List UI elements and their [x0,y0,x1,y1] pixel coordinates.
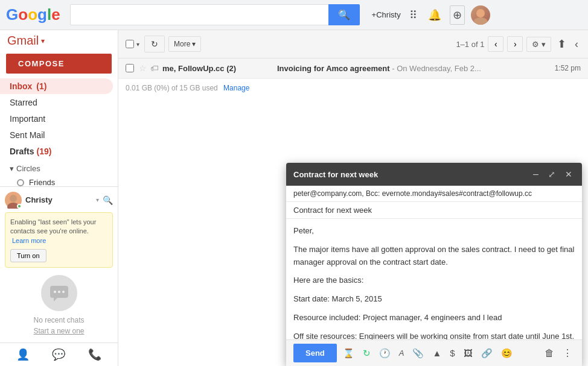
select-all-checkbox[interactable] [126,40,134,48]
chat-icon[interactable]: 💬 [52,348,65,361]
body-p1: The major items have all gotten approval… [293,244,575,269]
apps-icon-button[interactable]: ⠿ [407,6,420,24]
clock-green-icon-button[interactable]: ↻ [360,345,373,361]
more-options-icon-button[interactable]: ⋮ [560,345,575,361]
circles-label: Circles [16,164,40,173]
start-new-chat[interactable]: Start a new one [33,327,84,335]
modal-title: Contract for next week [293,170,531,179]
notifications-icon-button[interactable]: 🔔 [426,6,444,24]
email-checkbox[interactable] [126,64,134,72]
storage-info: 0.01 GB (0%) of 15 GB used Manage [118,78,588,97]
turn-on-button[interactable]: Turn on [10,249,46,262]
svg-point-1 [473,17,488,25]
drive-icon-button[interactable]: ▲ [430,345,444,361]
chat-search-icon[interactable]: 🔍 [103,195,113,205]
subject-field: Contract for next week [286,202,582,219]
nav-item-inbox[interactable]: Inbox (1) [0,78,113,94]
inbox-count: (1) [36,81,46,91]
sidebar: Gmail ▾ COMPOSE Inbox (1) Starred Import… [0,30,118,366]
storage-text: 0.01 GB (0%) of 15 GB used [126,84,218,92]
modal-header: Contract for next week – ⤢ ✕ [286,163,582,186]
last-seen-text: Enabling "last seen" lets your contacts … [10,218,96,235]
no-chats-text: No recent chats [33,316,84,324]
emoji-icon-button[interactable]: 😊 [499,345,515,361]
close-modal-button[interactable]: ✕ [563,168,575,181]
email-subject-preview: Invoicing for Amco agreement - On Wednes… [277,64,551,73]
modal-body[interactable]: Peter, The major items have all gotten a… [286,219,582,339]
chat-dropdown-arrow[interactable]: ▾ [96,197,99,203]
maximize-button[interactable]: ⤢ [546,168,558,181]
friends-radio [17,179,24,186]
nav-item-drafts[interactable]: Drafts (19) [0,144,113,159]
search-bar: 🔍 [70,4,360,25]
search-button[interactable]: 🔍 [328,4,360,25]
google-logo: Google [6,5,60,24]
to-field-value: peter@company.com, Bcc: evernote.monday#… [293,189,532,198]
svg-point-9 [62,291,65,293]
compose-button[interactable]: COMPOSE [6,54,112,74]
circles-section: ▾ Circles Friends Family Acquaintances [0,162,118,186]
person-icon[interactable]: 👤 [16,348,30,361]
refresh-button[interactable]: ↻ [144,36,165,52]
main-layout: Gmail ▾ COMPOSE Inbox (1) Starred Import… [0,30,588,366]
add-icon-button[interactable]: ⊕ [450,5,465,25]
nav-item-starred[interactable]: Starred [0,95,113,110]
formatting-icon-button[interactable]: ⌛ [340,345,357,361]
compose-modal: Contract for next week – ⤢ ✕ peter@compa… [286,163,582,366]
trash-icon-button[interactable]: 🗑 [542,345,557,361]
body-offsite: Off site resources: Engineers will be wo… [293,330,575,339]
sent-label: Sent Mail [10,130,45,140]
chat-panel: Christy ▾ 🔍 Enabling "last seen" lets yo… [0,186,118,342]
time-icon-button[interactable]: 🕐 [377,345,393,361]
learn-more-link[interactable]: Learn more [12,237,46,244]
last-seen-box: Enabling "last seen" lets your contacts … [5,212,113,268]
nav-item-important[interactable]: Important [0,111,113,127]
checkbox-area: ▾ [126,40,141,49]
body-basics: Here are the basics: [293,274,575,287]
svg-point-8 [58,291,60,293]
body-resource: Resource included: Project manager, 4 en… [293,312,575,324]
checkbox-dropdown[interactable]: ▾ [135,40,141,49]
important-label: Important [10,114,45,124]
modal-footer: Send ⌛ ↻ 🕐 A 📎 ▲ $ 🖼 🔗 😊 🗑 ⋮ [286,339,582,366]
more-button[interactable]: More ▾ [168,36,201,52]
email-toolbar: ▾ ↻ More ▾ 1–1 of 1 ‹ › ⚙ ▾ ⬆ ‹ [118,30,588,58]
circles-header[interactable]: ▾ Circles [0,162,118,175]
table-row[interactable]: ☆ 🏷 me, FollowUp.cc (2) Invoicing for Am… [118,58,588,78]
photo-icon-button[interactable]: 🖼 [461,345,475,361]
search-input[interactable] [70,4,328,25]
drafts-label: Drafts [10,147,34,156]
next-page-button[interactable]: › [507,36,523,52]
chat-status-dot [17,204,22,209]
star-icon[interactable]: ☆ [139,63,147,73]
settings-button[interactable]: ⚙ ▾ [526,37,551,52]
dollar-icon-button[interactable]: $ [447,345,457,361]
nav-item-sent[interactable]: Sent Mail [0,127,113,143]
drafts-count: (19) [36,147,51,156]
gmail-title[interactable]: Gmail [7,34,39,48]
back-button[interactable]: ‹ [572,36,581,53]
user-name[interactable]: +Christy [372,10,401,19]
body-peter: Peter, [293,225,575,238]
bottom-icons: 👤 💬 📞 [0,342,118,366]
circle-item-friends[interactable]: Friends [0,175,118,186]
minimize-button[interactable]: – [531,168,541,181]
attachment-icon-button[interactable]: 📎 [410,345,426,361]
svg-point-3 [10,195,17,202]
upload-button[interactable]: ⬆ [555,35,569,53]
link-icon-button[interactable]: 🔗 [479,345,495,361]
prev-page-button[interactable]: ‹ [488,36,503,52]
text-icon-button[interactable]: A [397,346,407,360]
svg-point-7 [54,291,56,293]
email-time: 1:52 pm [551,64,581,72]
chat-username[interactable]: Christy [25,195,92,204]
svg-point-0 [476,9,485,17]
no-chats-area: No recent chats Start a new one [5,268,113,338]
phone-icon[interactable]: 📞 [88,348,101,361]
top-right-actions: +Christy ⠿ 🔔 ⊕ [372,5,490,25]
avatar[interactable] [471,5,490,25]
top-bar: Google 🔍 +Christy ⠿ 🔔 ⊕ [0,0,588,30]
gmail-dropdown-arrow[interactable]: ▾ [41,37,45,45]
send-button[interactable]: Send [293,344,337,362]
manage-link[interactable]: Manage [223,84,249,92]
